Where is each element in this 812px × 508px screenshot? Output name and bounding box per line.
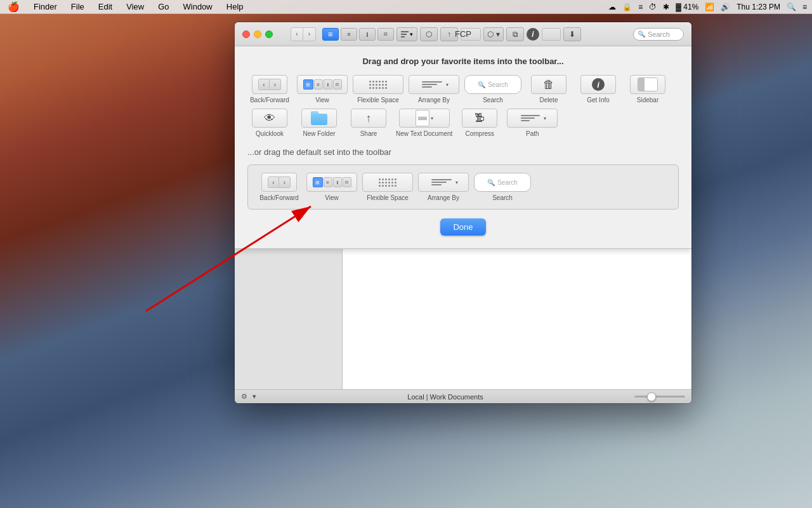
traffic-lights	[242, 30, 273, 38]
menu-file[interactable]: File	[69, 1, 87, 13]
nav-arrows: ‹ ›	[291, 27, 316, 41]
new-text-doc-label: New Text Document	[396, 130, 452, 137]
default-toolbar-preview: ‹ › Back/Forward ⊞ ≡ ⫿ ⧈	[247, 164, 679, 210]
view-icon: ⊞ ≡ ⫿ ⧈	[297, 75, 348, 94]
wifi-icon: 📶	[705, 3, 714, 11]
space-item	[542, 28, 561, 41]
menu-finder[interactable]: Finder	[31, 1, 60, 13]
chevron-down-icon: ▾	[252, 392, 256, 401]
view-cover-btn[interactable]: ⧈	[377, 28, 394, 41]
nav-buttons: ‹ › ⊞ ≡ ⫿ ⧈ ▾ ⬡ ↑	[291, 27, 581, 41]
default-flexible-space-icon	[362, 173, 413, 192]
menu-view[interactable]: View	[124, 1, 147, 13]
view-list-btn[interactable]: ≡	[341, 28, 357, 41]
compress-label: Compress	[466, 130, 495, 137]
arrange-label: Arrange By	[418, 97, 450, 104]
toolbar-item-view[interactable]: ⊞ ≡ ⫿ ⧈ View	[297, 75, 348, 104]
gear-icon[interactable]: ⚙	[241, 392, 247, 401]
apple-menu[interactable]: 🍎	[5, 0, 22, 14]
action-dropdown[interactable]: ⬡	[420, 27, 438, 41]
search-icon: 🔍	[638, 30, 645, 37]
default-search[interactable]: 🔍 Search Search	[474, 173, 531, 201]
done-button[interactable]: Done	[440, 218, 485, 236]
view-icon-btn[interactable]: ⊞	[322, 28, 339, 41]
default-view[interactable]: ⊞ ≡ ⫿ ⧈ View	[306, 173, 357, 201]
toolbar-item-new-folder[interactable]: New Folder	[297, 109, 341, 137]
zoom-slider[interactable]	[634, 396, 685, 398]
action-btn2[interactable]: ⬡ ▾	[483, 27, 504, 41]
close-button[interactable]	[242, 30, 250, 38]
default-search-icon: 🔍 Search	[474, 173, 531, 192]
delete-icon: 🗑	[531, 75, 566, 94]
path-label: Path	[526, 130, 539, 137]
cloud-icon: ☁	[608, 3, 616, 11]
toolbar-item-flexible-space[interactable]: Flexible Space	[353, 75, 403, 104]
maximize-button[interactable]	[265, 30, 273, 38]
slider-thumb[interactable]	[647, 392, 656, 401]
notification-icon[interactable]: ≡	[802, 3, 807, 11]
view-column-btn[interactable]: ⫿	[359, 28, 376, 41]
quicklook-label: Quicklook	[256, 130, 284, 137]
get-info-icon: i	[580, 75, 616, 94]
get-info-label: Get Info	[587, 97, 610, 104]
search-bar[interactable]: 🔍 Search	[633, 28, 684, 41]
menu-window[interactable]: Window	[181, 1, 215, 13]
customize-header: Drag and drop your favorite items into t…	[247, 57, 679, 66]
minimize-button[interactable]	[254, 30, 261, 38]
toolbar-item-path[interactable]: ▾ Path	[507, 109, 558, 137]
path-icon: ▾	[507, 109, 558, 128]
default-back-forward-icon: ‹ ›	[261, 173, 297, 192]
view-label: View	[315, 97, 329, 104]
back-button[interactable]: ‹	[291, 27, 303, 41]
toolbar-item-arrange[interactable]: ▾ Arrange By	[409, 75, 459, 104]
default-view-icon: ⊞ ≡ ⫿ ⧈	[306, 173, 357, 192]
status-location: Local | Work Documents	[407, 393, 483, 401]
flexible-space-icon	[353, 75, 403, 94]
toolbar-items-grid: ‹ › Back/Forward ⊞ ≡ ⫿ ⧈	[247, 75, 679, 137]
toolbar-item-back-forward[interactable]: ‹ › Back/Forward	[247, 75, 292, 104]
bluetooth-icon: ✱	[663, 3, 669, 11]
toolbar-item-search[interactable]: 🔍 Search Search	[464, 75, 521, 104]
menu-bar-right: ☁ 🔒 ≡ ⏱ ✱ ▓ 41% 📶 🔊 Thu 1:23 PM 🔍 ≡	[608, 3, 807, 11]
menu-edit[interactable]: Edit	[96, 1, 115, 13]
default-back-forward[interactable]: ‹ › Back/Forward	[257, 173, 301, 201]
arrange-dropdown[interactable]: ▾	[396, 27, 417, 41]
default-arrange[interactable]: ▾ Arrange By	[418, 173, 469, 201]
get-info-button[interactable]: i	[527, 28, 539, 41]
toolbar-item-quicklook[interactable]: 👁 Quicklook	[247, 109, 292, 137]
toolbar-item-get-info[interactable]: i Get Info	[576, 75, 620, 104]
quicklook-icon: 👁	[252, 109, 287, 128]
clock: Thu 1:23 PM	[737, 3, 780, 11]
time-machine-icon: ⏱	[649, 3, 657, 11]
toolbar-item-delete[interactable]: 🗑 Delete	[527, 75, 571, 104]
menu-help[interactable]: Help	[224, 1, 246, 13]
toolbar-item-compress[interactable]: 🗜 Compress	[457, 109, 502, 137]
default-flexible-space-label: Flexible Space	[367, 194, 409, 201]
toolbar-item-sidebar[interactable]: Sidebar	[625, 75, 670, 104]
download-button[interactable]: ⬇	[563, 27, 581, 41]
desktop: 🍎 Finder File Edit View Go Window Help ☁…	[0, 0, 812, 508]
search-menubar-icon[interactable]: 🔍	[787, 3, 796, 11]
default-search-label: Search	[492, 194, 513, 201]
forward-button[interactable]: ›	[303, 27, 316, 41]
back-forward-icon: ‹ ›	[252, 75, 287, 94]
menu-go[interactable]: Go	[155, 1, 171, 13]
default-arrange-label: Arrange By	[428, 194, 459, 201]
battery-icon: ▓ 41%	[676, 3, 698, 11]
default-view-label: View	[325, 194, 339, 201]
toolbar-item-new-text-doc[interactable]: ▾ New Text Document	[396, 109, 452, 137]
volume-icon: 🔊	[721, 3, 730, 11]
share-icon: ↑	[351, 109, 386, 128]
toolbar-item-share[interactable]: ↑ Share	[346, 109, 391, 137]
layers-dropdown[interactable]: ⧉	[506, 27, 524, 41]
default-flexible-space[interactable]: Flexible Space	[362, 173, 413, 201]
toolbar-right: 🔍 Search	[633, 28, 684, 41]
lock-icon: 🔒	[622, 3, 632, 11]
customize-toolbar-panel: Drag and drop your favorite items into t…	[235, 46, 691, 249]
default-back-forward-label: Back/Forward	[259, 194, 299, 201]
flexible-space-label: Flexible Space	[357, 97, 399, 104]
sidebar-label: Sidebar	[637, 97, 658, 104]
compress-icon: 🗜	[462, 109, 497, 128]
sidebar-icon	[630, 75, 665, 94]
new-folder-icon	[301, 109, 337, 128]
